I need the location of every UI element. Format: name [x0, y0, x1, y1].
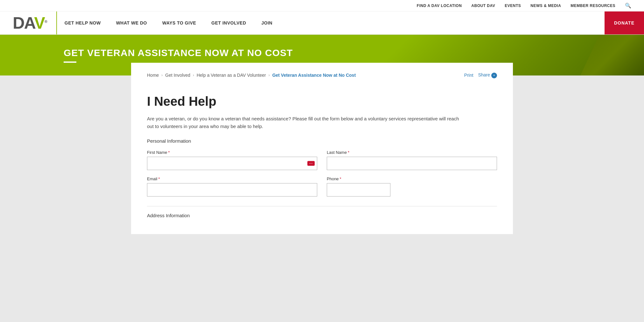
breadcrumb: Home › Get Involved › Help a Veteran as …	[147, 72, 497, 85]
section-divider	[147, 206, 497, 206]
phone-group: Phone*	[327, 176, 390, 197]
print-link[interactable]: Print	[464, 73, 473, 78]
breadcrumb-volunteer[interactable]: Help a Veteran as a DAV Volunteer	[197, 73, 266, 78]
content-card: Home › Get Involved › Help a Veteran as …	[131, 63, 513, 234]
utility-bar: FIND A DAV LOCATION ABOUT DAV EVENTS NEW…	[0, 0, 644, 11]
breadcrumb-sep-3: ›	[269, 73, 270, 77]
logo: DAV®	[13, 11, 56, 34]
nav-get-help-now[interactable]: GET HELP NOW	[57, 11, 108, 34]
logo-v: V	[34, 14, 45, 32]
first-name-label: First Name*	[147, 150, 317, 155]
utility-nav-about-dav[interactable]: ABOUT DAV	[471, 4, 495, 8]
last-name-group: Last Name*	[327, 150, 497, 170]
form-area: I Need Help Are you a veteran, or do you…	[147, 85, 497, 218]
phone-label: Phone*	[327, 176, 390, 181]
logo-text: DAV®	[13, 15, 47, 31]
autofill-icon: ···	[307, 161, 315, 166]
logo-a: A	[24, 14, 34, 32]
email-input[interactable]	[147, 183, 317, 197]
share-label: Share	[478, 72, 490, 77]
nav-ways-to-give[interactable]: WAYS TO GIVE	[155, 11, 204, 34]
breadcrumb-left: Home › Get Involved › Help a Veteran as …	[147, 73, 356, 78]
site-header: DAV® GET HELP NOW WHAT WE DO WAYS TO GIV…	[0, 11, 644, 35]
first-name-required: *	[168, 150, 170, 155]
personal-info-title: Personal Information	[147, 138, 497, 144]
search-icon[interactable]: 🔍	[625, 3, 631, 9]
email-group: Email*	[147, 176, 317, 197]
first-name-group: First Name* ···	[147, 150, 317, 170]
donate-button[interactable]: DONATE	[605, 11, 644, 34]
utility-nav-member-resources[interactable]: MEMBER RESOURCES	[570, 4, 615, 8]
share-plus-icon: +	[491, 73, 497, 78]
logo-d: D	[13, 14, 24, 32]
phone-input[interactable]	[327, 183, 390, 197]
form-description: Are you a veteran, or do you know a vete…	[147, 115, 465, 130]
main-nav: GET HELP NOW WHAT WE DO WAYS TO GIVE GET…	[56, 11, 644, 34]
contact-row: Email* Phone*	[147, 176, 497, 197]
share-link[interactable]: Share+	[478, 72, 497, 78]
breadcrumb-current: Get Veteran Assistance Now at No Cost	[272, 73, 356, 78]
first-name-input[interactable]	[147, 157, 317, 170]
form-title: I Need Help	[147, 94, 497, 109]
logo-registered: ®	[45, 19, 47, 24]
last-name-input[interactable]	[327, 157, 497, 170]
first-name-input-wrapper: ···	[147, 157, 317, 170]
breadcrumb-sep-1: ›	[161, 73, 163, 77]
phone-required: *	[340, 176, 341, 181]
utility-nav-find-location[interactable]: FIND A DAV LOCATION	[417, 4, 462, 8]
name-row: First Name* ··· Last Name*	[147, 150, 497, 170]
breadcrumb-sep-2: ›	[193, 73, 194, 77]
last-name-required: *	[348, 150, 349, 155]
hero-title: GET VETERAN ASSISTANCE NOW AT NO COST	[64, 47, 293, 58]
nav-what-we-do[interactable]: WHAT WE DO	[108, 11, 155, 34]
breadcrumb-actions: Print Share+	[464, 72, 497, 78]
utility-nav-events[interactable]: EVENTS	[505, 4, 521, 8]
email-required: *	[158, 176, 160, 181]
nav-join[interactable]: JOIN	[254, 11, 280, 34]
last-name-label: Last Name*	[327, 150, 497, 155]
main-nav-items: GET HELP NOW WHAT WE DO WAYS TO GIVE GET…	[56, 11, 644, 34]
utility-nav-news-media[interactable]: NEWS & MEDIA	[530, 4, 561, 8]
nav-get-involved[interactable]: GET INVOLVED	[204, 11, 254, 34]
email-label: Email*	[147, 176, 317, 181]
breadcrumb-home[interactable]: Home	[147, 73, 159, 78]
hero-underline	[64, 61, 76, 63]
breadcrumb-get-involved[interactable]: Get Involved	[165, 73, 190, 78]
address-section-title: Address Information	[147, 213, 497, 218]
main-content: Home › Get Involved › Help a Veteran as …	[0, 75, 644, 247]
